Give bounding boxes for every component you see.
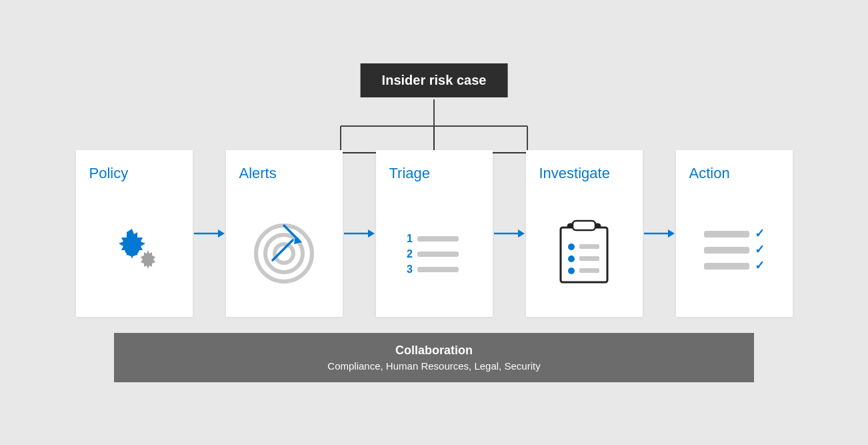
investigate-icon [539,201,629,304]
svg-rect-31 [573,221,595,230]
svg-rect-33 [579,244,599,249]
policy-icon [89,201,179,304]
svg-rect-37 [579,268,599,273]
svg-marker-39 [668,230,675,238]
svg-marker-11 [218,230,225,238]
svg-text:1: 1 [407,233,413,244]
alerts-icon [239,201,329,304]
action-icon: ✓ ✓ ✓ [689,201,779,304]
bracket-lines-2 [247,99,621,150]
arrow-1 [193,226,226,242]
card-triage: Triage 1 2 3 [376,150,493,317]
svg-rect-42 [704,247,749,254]
svg-point-34 [568,256,575,262]
svg-rect-26 [417,267,459,272]
card-action: Action ✓ ✓ ✓ [676,150,793,317]
action-title: Action [689,165,730,182]
card-alerts: Alerts [226,150,343,317]
collaboration-subtitle: Compliance, Human Resources, Legal, Secu… [127,360,741,372]
svg-rect-40 [704,231,749,238]
svg-rect-24 [417,252,459,257]
svg-marker-20 [368,230,375,238]
svg-rect-22 [417,236,459,242]
svg-text:3: 3 [407,264,413,275]
arrow-4 [643,226,676,242]
svg-text:2: 2 [407,248,413,260]
insider-risk-label: Insider risk case [382,73,487,87]
svg-text:✓: ✓ [755,227,765,240]
svg-rect-35 [579,256,599,261]
policy-title: Policy [89,165,129,182]
cards-row: Policy [76,150,793,317]
card-policy: Policy [76,150,193,317]
card-investigate: Investigate [526,150,643,317]
svg-text:✓: ✓ [755,243,765,256]
svg-rect-44 [704,263,749,270]
svg-point-32 [568,244,575,250]
diagram-container: Insider risk case Policy [41,63,827,382]
triage-icon: 1 2 3 [389,201,479,304]
arrow-3 [493,226,526,242]
svg-marker-28 [518,230,525,238]
svg-point-36 [568,268,575,274]
arrow-2 [343,226,376,242]
insider-risk-box: Insider risk case [361,63,508,97]
svg-text:✓: ✓ [755,259,765,272]
svg-point-14 [275,244,293,263]
alerts-title: Alerts [239,165,277,182]
investigate-title: Investigate [539,165,610,182]
collaboration-bar: Collaboration Compliance, Human Resource… [114,333,754,382]
svg-rect-30 [561,228,607,282]
triage-title: Triage [389,165,431,182]
collaboration-title: Collaboration [127,344,741,358]
